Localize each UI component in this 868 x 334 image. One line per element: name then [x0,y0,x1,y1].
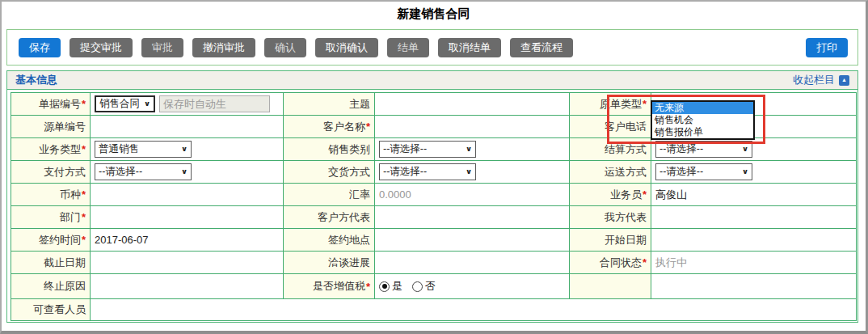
origin-type-option-sales-opportunity[interactable]: 销售机会 [652,114,753,126]
shipping-method-cell: --请选择--∨ [651,161,856,183]
signing-date-value[interactable]: 2017-06-07 [91,229,283,251]
origin-type-option-sales-quotation[interactable]: 销售报价单 [652,126,753,138]
customer-rep-label: 客户方代表 [284,206,374,228]
approve-button[interactable]: 审批 [141,38,183,57]
vat-no-option[interactable]: 否 [412,279,436,294]
termination-reason-field[interactable] [91,274,283,298]
cancel-confirm-button[interactable]: 取消确认 [315,38,378,57]
business-type-cell: 普通销售∨ [91,138,283,160]
end-date-label: 截止日期 [11,252,90,273]
required-mark: * [82,143,86,155]
app-window: 新建销售合同 保存 提交审批 审批 撤消审批 确认 取消确认 结单 取消结单 查… [0,0,868,334]
source-doc-number-label: 源单编号 [11,116,90,137]
customer-phone-label: 客户电话 [570,116,651,137]
chevron-down-icon: ∨ [742,168,748,175]
vat-radio-group: 是 否 [379,279,436,294]
chevron-down-icon: ∨ [466,146,472,153]
vat-yes-label: 是 [392,279,402,294]
signing-date-label: 签约时间* [11,229,90,251]
origin-type-option-no-source[interactable]: 无来源 [652,102,753,114]
department-field[interactable] [91,206,283,228]
department-label: 部门* [11,206,90,228]
required-mark: * [366,120,370,133]
source-doc-number-field[interactable] [91,116,283,137]
page-title: 新建销售合同 [2,6,866,22]
chevron-down-icon: ∨ [144,100,150,108]
print-button[interactable]: 打印 [806,38,848,57]
required-mark: * [82,234,86,246]
doc-number-cell: 销售合同∨ 保存时自动生 [91,93,283,115]
subject-label: 主题 [284,93,374,115]
signing-place-label: 签约地点 [284,229,374,251]
save-button[interactable]: 保存 [19,38,61,57]
radio-checked-icon[interactable] [379,281,390,292]
submit-approval-button[interactable]: 提交审批 [70,38,133,57]
chevron-down-icon: ∨ [181,168,188,175]
required-mark: * [82,188,86,201]
chevron-down-icon: ∨ [742,146,748,153]
auto-number-field: 保存时自动生 [159,95,270,112]
collapse-icon[interactable]: ▲ [839,75,849,86]
sales-category-select[interactable]: --请选择--∨ [379,141,476,158]
settlement-method-select[interactable]: --请选择--∨ [655,141,752,158]
empty-value-cell [651,274,856,298]
salesperson-value[interactable]: 高俊山 [651,184,856,205]
settlement-method-label: 结算方式 [570,138,651,160]
signing-place-field[interactable] [375,229,569,251]
close-order-button[interactable]: 结单 [387,38,429,57]
start-date-field[interactable] [651,229,856,251]
customer-name-field[interactable] [375,116,569,137]
payment-method-cell: --请选择--∨ [91,161,283,183]
vat-label: 是否增值税* [284,274,374,298]
exchange-rate-label: 汇率 [284,184,374,205]
viewable-personnel-label: 可查看人员 [11,299,90,320]
view-workflow-button[interactable]: 查看流程 [510,38,573,57]
currency-field[interactable] [91,184,283,205]
payment-method-select[interactable]: --请选择--∨ [95,163,192,180]
chevron-down-icon: ∨ [181,146,188,153]
subject-field[interactable] [375,93,569,115]
chevron-down-icon: ∨ [466,168,472,175]
sales-category-label: 销售类别 [284,138,374,160]
required-mark: * [643,256,647,268]
business-type-select[interactable]: 普通销售∨ [95,141,192,158]
our-rep-label: 我方代表 [570,206,651,228]
confirm-button[interactable]: 确认 [264,38,306,57]
shipping-method-select[interactable]: --请选择--∨ [655,163,752,180]
delivery-method-select[interactable]: --请选择--∨ [379,163,476,180]
section-header: 基本信息 收起栏目 ▲ [7,71,857,90]
vat-yes-option[interactable]: 是 [379,279,402,294]
termination-reason-label: 终止原因 [11,274,90,298]
currency-label: 币种* [11,184,90,205]
exchange-rate-value[interactable]: 0.0000 [375,184,569,205]
origin-type-label: 原单类型* [570,93,651,115]
contract-status-label: 合同状态* [570,252,651,273]
required-mark: * [366,281,370,293]
cancel-close-order-button[interactable]: 取消结单 [438,38,501,57]
radio-unchecked-icon[interactable] [412,281,423,292]
required-mark: * [643,188,647,201]
delivery-method-cell: --请选择--∨ [375,161,569,183]
end-date-field[interactable] [91,252,283,273]
collapse-section-link[interactable]: 收起栏目 ▲ [793,73,849,87]
salesperson-label: 业务员* [570,184,651,205]
payment-method-label: 支付方式 [11,161,90,183]
empty-label-cell [570,274,651,298]
doc-type-select[interactable]: 销售合同∨ [95,95,155,112]
negotiation-progress-field[interactable] [375,252,569,273]
collapse-label: 收起栏目 [793,73,835,87]
start-date-label: 开始日期 [570,229,651,251]
our-rep-field[interactable] [651,206,856,228]
contract-status-value[interactable]: 执行中 [651,252,856,273]
sales-category-cell: --请选择--∨ [375,138,569,160]
viewable-personnel-field[interactable] [91,299,856,320]
required-mark: * [82,98,86,110]
toolbar: 保存 提交审批 审批 撤消审批 确认 取消确认 结单 取消结单 查看流程 打印 [6,29,858,66]
required-mark: * [643,98,647,110]
vat-no-label: 否 [425,279,436,294]
revoke-approval-button[interactable]: 撤消审批 [192,38,255,57]
vat-cell: 是 否 [375,274,569,298]
customer-name-label: 客户名称* [284,116,374,137]
customer-rep-field[interactable] [375,206,569,228]
business-type-label: 业务类型* [11,138,90,160]
